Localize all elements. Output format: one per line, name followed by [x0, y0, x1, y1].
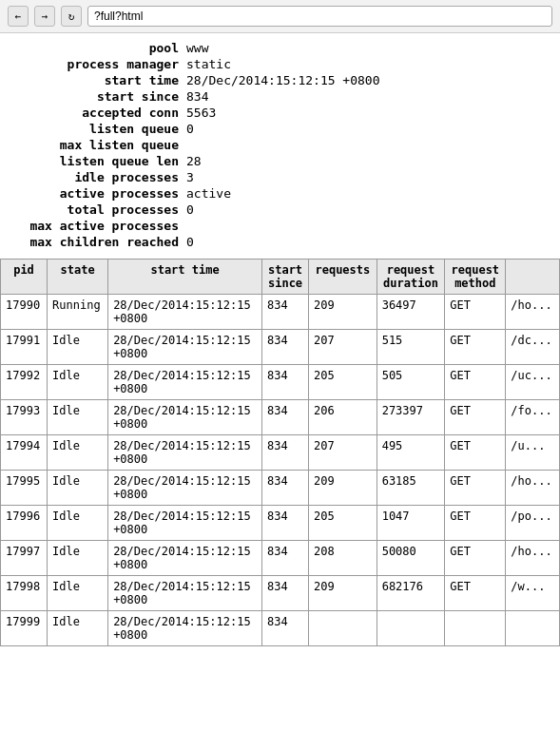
cell-pid: 17990	[1, 295, 48, 330]
cell-extra: /fo...	[506, 400, 560, 435]
cell-request-method: GET	[445, 295, 506, 330]
start-time-value: 28/Dec/2014:15:12:15 +0800	[186, 73, 380, 87]
forward-button[interactable]: →	[34, 6, 55, 27]
start-since-value: 834	[186, 89, 208, 104]
cell-state: Idle	[48, 541, 108, 576]
cell-pid: 17995	[1, 471, 48, 506]
cell-state: Running	[48, 295, 108, 330]
table-row: 17995Idle28/Dec/2014:15:12:15+0800834209…	[1, 471, 560, 506]
cell-request-duration: 495	[377, 435, 445, 471]
cell-start-time: 28/Dec/2014:15:12:15+0800	[108, 506, 262, 541]
cell-state: Idle	[48, 435, 108, 471]
cell-start-since: 834	[262, 295, 309, 330]
cell-start-time: 28/Dec/2014:15:12:15+0800	[108, 541, 262, 576]
active-processes-row: active processes active	[15, 186, 545, 201]
cell-request-method: GET	[445, 365, 506, 400]
cell-requests: 206	[309, 400, 377, 435]
cell-start-time: 28/Dec/2014:15:12:15+0800	[108, 330, 262, 365]
cell-request-duration: 36497	[377, 295, 445, 330]
back-button[interactable]: ←	[8, 6, 29, 27]
cell-extra: /uc...	[506, 365, 560, 400]
cell-pid: 17994	[1, 435, 48, 471]
col-request-duration: requestduration	[377, 260, 445, 295]
max-children-reached-value: 0	[186, 235, 194, 249]
col-requests: requests	[309, 260, 377, 295]
cell-start-time: 28/Dec/2014:15:12:15+0800	[108, 471, 262, 506]
cell-pid: 17991	[1, 330, 48, 365]
table-header-row: pid state start time startsince requests…	[1, 260, 560, 295]
start-time-row: start time 28/Dec/2014:15:12:15 +0800	[15, 73, 545, 87]
cell-request-duration: 505	[377, 365, 445, 400]
refresh-button[interactable]: ↻	[61, 6, 82, 27]
idle-processes-value: 3	[186, 170, 194, 184]
listen-queue-len-row: listen queue len 28	[15, 154, 545, 168]
col-start-since: startsince	[262, 260, 309, 295]
idle-processes-label: idle processes	[15, 170, 186, 184]
max-children-reached-row: max children reached 0	[15, 235, 545, 249]
cell-start-since: 834	[262, 471, 309, 506]
process-manager-label: process manager	[15, 57, 186, 71]
cell-requests: 207	[309, 330, 377, 365]
max-listen-queue-label: max listen queue	[15, 138, 186, 152]
cell-request-method: GET	[445, 541, 506, 576]
process-table: pid state start time startsince requests…	[0, 259, 560, 646]
table-row: 17991Idle28/Dec/2014:15:12:15+0800834207…	[1, 330, 560, 365]
cell-requests: 208	[309, 541, 377, 576]
cell-request-method: GET	[445, 400, 506, 435]
table-row: 17998Idle28/Dec/2014:15:12:15+0800834209…	[1, 576, 560, 611]
total-processes-row: total processes 0	[15, 202, 545, 217]
pool-value: www	[186, 41, 208, 55]
cell-state: Idle	[48, 330, 108, 365]
cell-extra: /po...	[506, 506, 560, 541]
cell-requests: 205	[309, 365, 377, 400]
table-row: 17992Idle28/Dec/2014:15:12:15+0800834205…	[1, 365, 560, 400]
info-section: pool www process manager static start ti…	[0, 33, 560, 259]
max-listen-queue-row: max listen queue	[15, 138, 545, 152]
start-since-label: start since	[15, 89, 186, 104]
cell-start-since: 834	[262, 611, 309, 646]
total-processes-value: 0	[186, 202, 194, 217]
process-manager-row: process manager static	[15, 57, 545, 71]
table-row: 17997Idle28/Dec/2014:15:12:15+0800834208…	[1, 541, 560, 576]
start-time-label: start time	[15, 73, 186, 87]
cell-start-time: 28/Dec/2014:15:12:15+0800	[108, 611, 262, 646]
cell-requests: 205	[309, 506, 377, 541]
cell-request-method	[445, 611, 506, 646]
listen-queue-len-value: 28	[186, 154, 202, 168]
listen-queue-label: listen queue	[15, 122, 186, 136]
cell-request-method: GET	[445, 576, 506, 611]
cell-start-since: 834	[262, 365, 309, 400]
table-row: 17999Idle28/Dec/2014:15:12:15+0800834	[1, 611, 560, 646]
max-active-processes-label: max active processes	[15, 219, 186, 233]
col-pid: pid	[1, 260, 48, 295]
cell-request-method: GET	[445, 506, 506, 541]
cell-start-time: 28/Dec/2014:15:12:15+0800	[108, 400, 262, 435]
cell-state: Idle	[48, 471, 108, 506]
cell-request-duration: 50080	[377, 541, 445, 576]
cell-state: Idle	[48, 506, 108, 541]
cell-requests: 209	[309, 471, 377, 506]
col-start-time: start time	[108, 260, 262, 295]
max-active-processes-row: max active processes	[15, 219, 545, 233]
cell-pid: 17997	[1, 541, 48, 576]
table-row: 17990Running28/Dec/2014:15:12:15+0800834…	[1, 295, 560, 330]
cell-start-since: 834	[262, 330, 309, 365]
cell-extra: /ho...	[506, 541, 560, 576]
listen-queue-len-label: listen queue len	[15, 154, 186, 168]
start-since-row: start since 834	[15, 89, 545, 104]
cell-start-since: 834	[262, 576, 309, 611]
listen-queue-row: listen queue 0	[15, 122, 545, 136]
cell-requests: 209	[309, 576, 377, 611]
pool-row: pool www	[15, 41, 545, 55]
cell-extra: /u...	[506, 435, 560, 471]
cell-request-method: GET	[445, 330, 506, 365]
browser-chrome: ← → ↻	[0, 0, 560, 33]
cell-request-method: GET	[445, 435, 506, 471]
cell-requests: 209	[309, 295, 377, 330]
max-children-reached-label: max children reached	[15, 235, 186, 249]
cell-request-duration: 1047	[377, 506, 445, 541]
address-bar[interactable]	[87, 6, 552, 27]
cell-extra: /ho...	[506, 471, 560, 506]
cell-start-time: 28/Dec/2014:15:12:15+0800	[108, 576, 262, 611]
cell-request-duration: 682176	[377, 576, 445, 611]
